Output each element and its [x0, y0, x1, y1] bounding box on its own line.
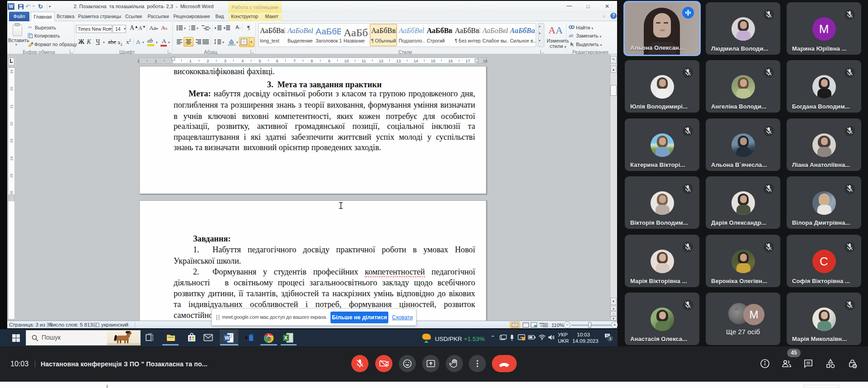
svg-text:X: X	[284, 335, 288, 341]
svg-text:W: W	[225, 335, 230, 341]
svg-text:1: 1	[189, 25, 190, 28]
svg-text:ab: ab	[569, 33, 573, 38]
svg-text:2: 2	[189, 28, 190, 31]
